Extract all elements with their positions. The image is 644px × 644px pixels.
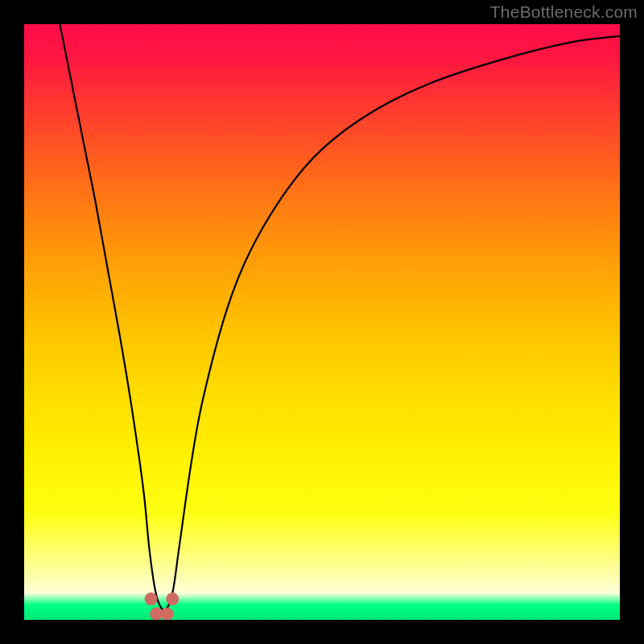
valley-markers <box>145 592 180 620</box>
valley-right-top <box>166 592 179 605</box>
attribution-text: TheBottleneck.com <box>490 0 638 24</box>
chart-frame: TheBottleneck.com <box>0 0 644 644</box>
valley-right-bot <box>161 608 174 620</box>
curve-layer <box>24 24 620 620</box>
bottleneck-curve <box>60 24 620 610</box>
plot-area <box>24 24 620 620</box>
valley-left-top <box>145 592 158 605</box>
